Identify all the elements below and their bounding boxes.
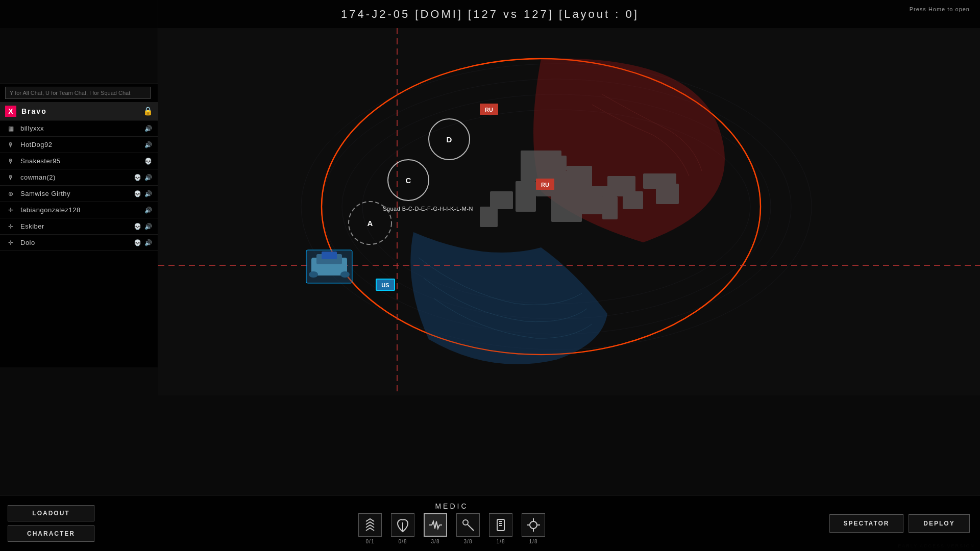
bottom-bar: LOADOUT CHARACTER MEDIC 0/1 0/8 3/8 3/8 …	[0, 495, 980, 551]
player-name: billyxxx	[20, 124, 144, 132]
player-skull-icon: 💀	[134, 190, 141, 197]
svg-text:C: C	[406, 176, 411, 185]
kit-item[interactable]: 1/8	[522, 513, 545, 544]
loadout-button[interactable]: LOADOUT	[8, 505, 94, 521]
kit-item-count: 0/8	[399, 539, 407, 544]
svg-text:US: US	[381, 282, 389, 288]
svg-rect-16	[490, 191, 513, 209]
player-sound-icon: 🔊	[144, 239, 152, 246]
svg-rect-14	[623, 191, 643, 209]
player-name: HotDog92	[20, 141, 144, 148]
player-name: Eskiber	[20, 222, 134, 230]
player-role-icon: ✛	[6, 206, 15, 215]
svg-text:RU: RU	[541, 182, 549, 188]
kit-item[interactable]: 3/8	[456, 513, 480, 544]
kit-item-icon	[489, 513, 512, 537]
player-skull-icon: 💀	[144, 158, 152, 165]
svg-line-49	[472, 529, 474, 531]
player-name: Dolo	[20, 239, 134, 246]
player-row: 🎙HotDog92🔊	[0, 137, 158, 153]
kit-area: MEDIC 0/1 0/8 3/8 3/8 1/8	[102, 502, 801, 544]
bottom-left-buttons: LOADOUT CHARACTER	[0, 500, 102, 547]
player-list: ▦billyxxx🔊🎙HotDog92🔊🎙Snakester95💀🎙cowman…	[0, 120, 158, 251]
kit-item[interactable]: 0/1	[358, 513, 382, 544]
squad-header: X Bravo 🔒	[0, 102, 158, 120]
left-panel: X Bravo 🔒 ▦billyxxx🔊🎙HotDog92🔊🎙Snakester…	[0, 0, 158, 367]
player-role-icon: ▦	[6, 124, 15, 133]
kit-item-count: 3/8	[431, 539, 440, 544]
chat-input[interactable]	[5, 87, 151, 99]
match-title: 174-J2-05 [DOMI] [127 vs 127] [Layout : …	[341, 8, 639, 21]
map-area[interactable]: D C A RU RU US US Squad B-C-D-E-F-G-H-I-…	[158, 28, 980, 395]
player-sound-icon: 🔊	[144, 141, 152, 148]
svg-rect-11	[546, 156, 567, 171]
player-sound-icon: 🔊	[144, 223, 152, 230]
player-role-icon: ⊕	[6, 189, 15, 198]
kit-item-count: 0/1	[366, 539, 375, 544]
player-row: ▦billyxxx🔊	[0, 120, 158, 137]
player-sound-icon: 🔊	[144, 174, 152, 181]
player-role-icon: 🎙	[6, 157, 15, 166]
player-name: cowman(2)	[20, 173, 134, 181]
kit-item-icon	[456, 513, 480, 537]
svg-rect-15	[602, 196, 618, 219]
kit-item-count: 1/8	[529, 539, 538, 544]
squad-name: Bravo	[21, 107, 143, 115]
player-role-icon: ✛	[6, 222, 15, 231]
kit-item-count: 1/8	[497, 539, 505, 544]
svg-rect-9	[567, 166, 592, 189]
svg-text:A: A	[368, 219, 373, 228]
svg-rect-12	[516, 181, 536, 212]
kit-name: MEDIC	[435, 502, 468, 510]
player-row: 🎙cowman(2)💀🔊	[0, 169, 158, 186]
player-row: 🎙Snakester95💀	[0, 153, 158, 169]
player-sound-icon: 🔊	[144, 125, 152, 132]
player-role-icon: ✛	[6, 238, 15, 247]
player-name: fabiangonzalez128	[20, 206, 144, 214]
deploy-button[interactable]: DEPLOY	[909, 514, 970, 533]
svg-rect-41	[322, 252, 337, 259]
player-sound-icon: 🔊	[144, 207, 152, 214]
player-sound-icon: 🔊	[144, 190, 152, 197]
player-row: ⊕Samwise Girthy💀🔊	[0, 186, 158, 202]
player-name: Snakester95	[20, 157, 144, 165]
player-skull-icon: 💀	[134, 239, 141, 246]
press-home-hint: Press Home to open	[910, 6, 970, 12]
svg-rect-17	[480, 207, 498, 227]
kit-item-icon	[391, 513, 414, 537]
kit-item[interactable]: 1/8	[489, 513, 512, 544]
bottom-right-buttons: SPECTATOR DEPLOY	[801, 509, 980, 538]
kit-item-icon	[522, 513, 545, 537]
player-role-icon: 🎙	[6, 140, 15, 149]
kit-icons: 0/1 0/8 3/8 3/8 1/8 1/8	[358, 513, 545, 544]
kit-item[interactable]: 0/8	[391, 513, 414, 544]
svg-text:RU: RU	[485, 107, 493, 113]
squad-close-button[interactable]: X	[5, 106, 16, 117]
svg-text:D: D	[447, 135, 452, 144]
svg-point-54	[530, 521, 537, 529]
svg-point-47	[463, 520, 468, 525]
kit-item-icon	[424, 513, 447, 537]
spectator-button[interactable]: SPECTATOR	[829, 514, 903, 533]
player-name: Samwise Girthy	[20, 190, 134, 197]
player-skull-icon: 💀	[134, 174, 141, 181]
kit-item-icon	[358, 513, 382, 537]
svg-rect-19	[656, 184, 679, 204]
character-button[interactable]: CHARACTER	[8, 525, 94, 542]
player-row: ✛Dolo💀🔊	[0, 235, 158, 251]
player-row: ✛fabiangonzalez128🔊	[0, 202, 158, 218]
svg-text:Squad B-C-D-E-F-G-H-I-K-L-M-N: Squad B-C-D-E-F-G-H-I-K-L-M-N	[383, 206, 473, 212]
kit-item[interactable]: 3/8	[424, 513, 447, 544]
kit-item-count: 3/8	[464, 539, 473, 544]
squad-lock-icon: 🔒	[143, 106, 153, 116]
header-bar: 174-J2-05 [DOMI] [127 vs 127] [Layout : …	[0, 0, 980, 28]
svg-rect-43	[340, 271, 350, 278]
svg-rect-42	[309, 271, 318, 278]
map-svg: D C A RU RU US US Squad B-C-D-E-F-G-H-I-…	[158, 28, 980, 395]
player-role-icon: 🎙	[6, 173, 15, 182]
player-skull-icon: 💀	[134, 223, 141, 230]
player-row: ✛Eskiber💀🔊	[0, 218, 158, 235]
